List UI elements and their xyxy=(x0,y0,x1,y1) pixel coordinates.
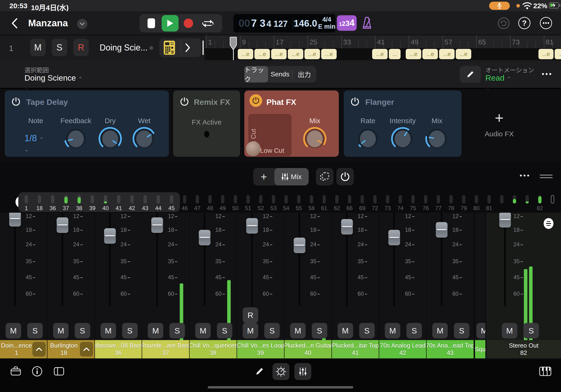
overview-channel[interactable]: 52 xyxy=(255,195,266,211)
region-marker[interactable]: ... xyxy=(555,49,561,59)
collapse-summing-stack-button[interactable] xyxy=(80,342,93,357)
solo-button[interactable]: S xyxy=(406,323,422,338)
region-marker[interactable]: ...e xyxy=(288,49,303,59)
metronome-button[interactable] xyxy=(360,16,374,30)
vertical-scrollbar[interactable] xyxy=(203,40,204,55)
track-label[interactable]: 70s Analog Lead42 xyxy=(379,340,426,358)
solo-button[interactable]: S xyxy=(523,323,539,338)
drag-handle[interactable] xyxy=(540,174,552,179)
mixer-strip[interactable]: 121824354560MS xyxy=(47,213,95,358)
fader-cap[interactable] xyxy=(104,228,116,244)
fader-cap[interactable] xyxy=(499,213,511,228)
mixer-strip[interactable]: 121824354560MS xyxy=(95,213,142,358)
overview-channel[interactable]: 1 xyxy=(21,195,32,211)
fx-card-phat-fx[interactable]: Phat FX High Cut Low Cut Mix xyxy=(244,90,339,157)
rate-knob[interactable] xyxy=(354,125,382,153)
xy-pad-puck[interactable] xyxy=(246,141,260,156)
overview-channel[interactable]: 40 xyxy=(100,195,111,211)
mixer-strip[interactable]: M xyxy=(475,213,485,358)
mixer-strip[interactable]: 121824354560RMS xyxy=(237,213,284,358)
mute-button[interactable]: M xyxy=(148,323,163,338)
track-label[interactable]: Burlington18 xyxy=(47,340,95,358)
add-track-button[interactable]: + xyxy=(253,168,274,185)
overview-channel[interactable]: 80 xyxy=(471,195,482,211)
fader-cap[interactable] xyxy=(436,222,448,238)
track-label[interactable]: Chill Vo...quences38 xyxy=(190,340,237,358)
tab-track[interactable]: トラック xyxy=(244,66,268,83)
overview-channel[interactable]: 73 xyxy=(382,195,393,211)
drum-machine-icon[interactable] xyxy=(163,40,175,55)
tab-output[interactable]: 出力 xyxy=(292,66,316,83)
overview-channel[interactable]: 55 xyxy=(293,195,304,211)
solo-button[interactable]: S xyxy=(312,323,327,338)
fader-cap[interactable] xyxy=(341,219,353,235)
project-menu-button[interactable] xyxy=(77,19,87,29)
dry-knob[interactable] xyxy=(96,125,124,153)
cycle-loop-button[interactable] xyxy=(201,19,215,28)
track-mute-button[interactable]: M xyxy=(30,39,46,56)
fader-cap[interactable] xyxy=(57,218,68,233)
solo-button[interactable]: S xyxy=(359,323,375,338)
region-marker[interactable]: ...e xyxy=(304,49,320,59)
overview-channel[interactable]: 62 xyxy=(331,195,343,211)
automation-edit-button[interactable] xyxy=(460,66,481,83)
mixer-strip[interactable]: 121824354560MS xyxy=(379,213,426,358)
overview-channel[interactable] xyxy=(547,195,558,205)
mute-button[interactable]: M xyxy=(385,323,400,338)
track-solo-button[interactable]: S xyxy=(52,39,67,56)
overview-channel[interactable]: 74 xyxy=(395,195,406,211)
track-label[interactable]: Plucked...itar Top41 xyxy=(332,340,379,358)
overview-channel[interactable]: 58 xyxy=(306,195,317,211)
fader-cap[interactable] xyxy=(199,230,210,245)
overview-channel[interactable]: 42 xyxy=(126,195,138,211)
overview-channel[interactable]: 36 xyxy=(47,195,58,211)
mute-button[interactable]: M xyxy=(101,323,116,338)
region-marker[interactable]: ...e xyxy=(406,49,421,59)
mixer-strip[interactable]: 121824354560MS xyxy=(190,213,237,358)
mixer-strip[interactable]: 121824354560MS xyxy=(284,213,332,358)
help-button[interactable]: ? xyxy=(518,17,530,29)
overview-channel[interactable]: 72 xyxy=(369,195,381,211)
mute-button[interactable]: M xyxy=(243,323,258,338)
browser-icon[interactable] xyxy=(10,366,21,377)
overview-channel[interactable]: 61 xyxy=(319,195,330,211)
overview-channel[interactable]: 39 xyxy=(87,195,98,211)
stop-button[interactable] xyxy=(148,18,155,28)
track-label[interactable]: Plucked...n Guitar40 xyxy=(284,340,332,358)
overview-channel[interactable] xyxy=(496,195,507,205)
more-options-button[interactable] xyxy=(540,17,552,29)
overview-channel[interactable]: 50 xyxy=(230,195,241,211)
mute-button[interactable]: M xyxy=(432,323,448,338)
power-icon[interactable] xyxy=(179,97,190,107)
region-marker[interactable]: ...e xyxy=(539,49,553,59)
track-label[interactable]: Rounde...are Bass37 xyxy=(142,340,189,358)
solo-button[interactable]: S xyxy=(122,323,138,338)
smart-controls-button[interactable] xyxy=(272,363,290,380)
fader-cap[interactable] xyxy=(246,218,258,234)
track-label[interactable]: Massive...08 Bass36 xyxy=(95,340,142,358)
mixer-strip[interactable]: 121824354560MS xyxy=(427,213,474,358)
overview-channel[interactable]: 77 xyxy=(433,195,444,211)
tab-sends[interactable]: Sends xyxy=(268,66,292,83)
mixer-strip[interactable]: 121824354560MS xyxy=(0,213,47,358)
power-icon[interactable] xyxy=(350,97,360,107)
overview-channel[interactable] xyxy=(509,195,520,205)
note-stepper[interactable]: 1/8 ⌃⌄ xyxy=(24,133,44,153)
overview-channel[interactable]: 76 xyxy=(420,195,431,211)
solo-button[interactable]: S xyxy=(169,323,185,338)
edit-pencil-icon[interactable] xyxy=(254,366,265,377)
mute-button[interactable]: M xyxy=(6,323,21,338)
undo-button[interactable] xyxy=(497,17,510,30)
overview-channel[interactable] xyxy=(521,195,533,205)
info-icon[interactable] xyxy=(32,366,43,377)
track-label[interactable]: Stereo Out82 xyxy=(486,340,561,358)
overview-channel[interactable]: 48 xyxy=(204,195,216,211)
track-label[interactable]: Chill Vo...es Loop39 xyxy=(237,340,284,358)
overview-channel[interactable]: 47 xyxy=(192,195,203,211)
overview-channel[interactable]: 46 xyxy=(179,195,190,211)
record-enable-button[interactable]: R xyxy=(243,307,258,323)
mixer-view-button[interactable] xyxy=(294,363,311,380)
region-marker[interactable]: ...e xyxy=(372,49,388,59)
mute-button[interactable]: M xyxy=(476,323,485,338)
region-marker[interactable]: ...e xyxy=(321,49,337,59)
